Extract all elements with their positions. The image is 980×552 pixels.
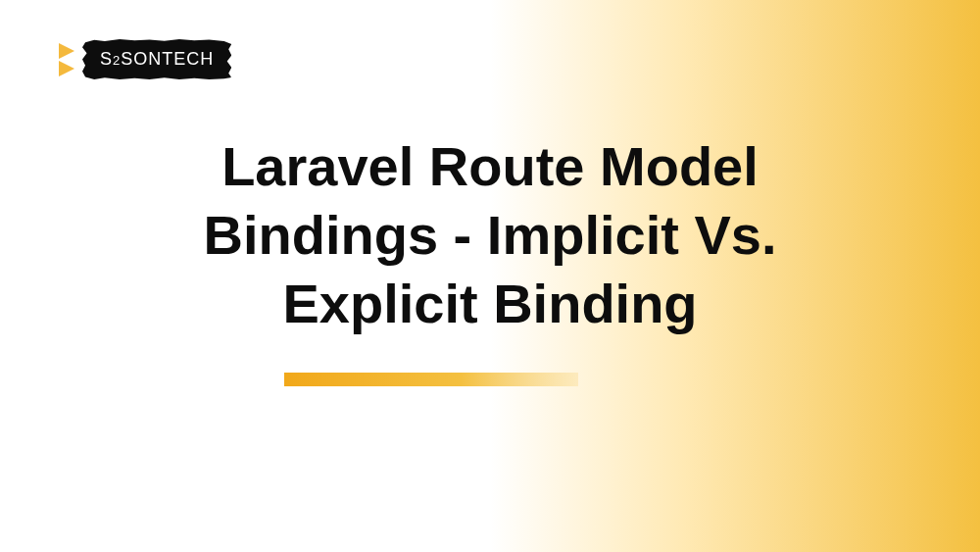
- logo-text-2: 2: [113, 53, 121, 68]
- accent-underline: [284, 373, 578, 386]
- logo-chevron-icon: [59, 43, 74, 76]
- logo-text-sontech: SONTECH: [121, 49, 214, 69]
- page-title: Laravel Route Model Bindings - Implicit …: [0, 132, 980, 338]
- logo-text-s: S: [100, 49, 113, 69]
- logo-badge: S2SONTECH: [82, 39, 231, 79]
- heading-line-2: Bindings - Implicit Vs.: [204, 204, 777, 266]
- heading-line-1: Laravel Route Model: [221, 135, 759, 197]
- logo: S2SONTECH: [59, 39, 231, 79]
- heading-line-3: Explicit Binding: [282, 273, 697, 334]
